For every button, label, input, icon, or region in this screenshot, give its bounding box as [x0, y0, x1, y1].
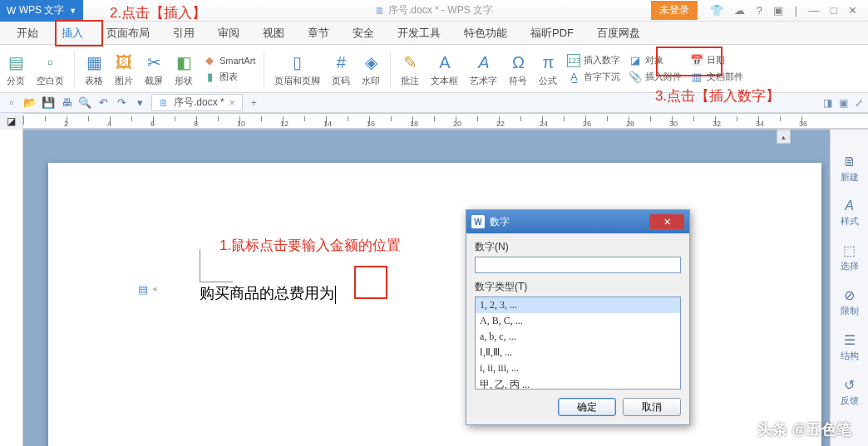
- app-logo-icon: W: [7, 5, 16, 17]
- shirt-icon[interactable]: 👕: [710, 4, 723, 17]
- qat-open-icon[interactable]: 📂: [23, 96, 37, 110]
- list-item[interactable]: A, B, C, ...: [476, 313, 680, 329]
- rb-formula[interactable]: π公式: [535, 50, 560, 87]
- annotation-1: 1.鼠标点击要输入金额的位置: [219, 236, 401, 255]
- feedback-icon: ↺: [844, 377, 855, 393]
- label-type: 数字类型(T): [475, 280, 681, 294]
- rb-insert-number[interactable]: 123插入数字: [565, 53, 622, 68]
- number-dialog: W 数字 ✕ 数字(N) 数字类型(T) 1, 2, 3, ... A, B, …: [466, 209, 690, 425]
- side-panel: 🗎新建 A样式 ⬚选择 ⊘限制 ☰结构 ↺反馈: [830, 130, 868, 446]
- side-feedback[interactable]: ↺反馈: [841, 377, 859, 407]
- ok-button[interactable]: 确定: [558, 398, 616, 416]
- login-button[interactable]: 未登录: [651, 1, 698, 20]
- ruler-corner[interactable]: ◪: [0, 113, 23, 130]
- qat-undo-icon[interactable]: ↶: [96, 96, 110, 110]
- rb-symbol[interactable]: Ω符号: [506, 50, 530, 87]
- select-icon: ⬚: [843, 243, 856, 258]
- list-item[interactable]: 1, 2, 3, ...: [476, 297, 680, 313]
- side-select[interactable]: ⬚选择: [841, 243, 859, 272]
- ruler-horizontal[interactable]: 24681012141618202224262830323436: [23, 113, 868, 129]
- menu-safety[interactable]: 安全: [341, 22, 386, 44]
- rb-comment[interactable]: ✎批注: [397, 50, 422, 87]
- minimize-icon[interactable]: —: [808, 4, 819, 17]
- dialog-close-icon[interactable]: ✕: [649, 214, 684, 229]
- menu-special[interactable]: 特色功能: [452, 22, 519, 44]
- menu-review[interactable]: 审阅: [206, 22, 251, 44]
- title-right: 未登录 👕 ☁ ? ▣ | — □ ✕: [651, 1, 868, 20]
- page-area: ▴ ▤ ◂ 购买商品的总费用为: [23, 130, 830, 446]
- menu-view[interactable]: 视图: [251, 22, 296, 44]
- chat-icon[interactable]: ☁: [734, 4, 745, 17]
- list-item[interactable]: a, b, c, ...: [476, 329, 680, 345]
- rb-wordart[interactable]: A艺术字: [466, 50, 501, 87]
- ribbon-sep: [390, 51, 391, 87]
- qat-r3-icon[interactable]: ⤢: [855, 97, 863, 109]
- rb-screenshot[interactable]: ✂截屏: [141, 50, 166, 87]
- qat-preview-icon[interactable]: 🔍: [78, 96, 91, 110]
- rb-shapes[interactable]: ◧形状: [171, 50, 196, 87]
- number-type-listbox[interactable]: 1, 2, 3, ... A, B, C, ... a, b, c, ... Ⅰ…: [475, 297, 681, 390]
- close-tab-icon[interactable]: ×: [229, 97, 235, 109]
- highlight-insert-number: [656, 47, 723, 76]
- qat-r1-icon[interactable]: ◨: [823, 97, 832, 109]
- close-icon[interactable]: ✕: [848, 4, 857, 17]
- qat-right: ◨ ▣ ⤢: [823, 97, 863, 109]
- text-cursor: [335, 286, 336, 304]
- qat-print-icon[interactable]: 🖶: [60, 96, 73, 110]
- doc-tab[interactable]: 🗎 序号.docx * ×: [151, 94, 243, 111]
- new-tab-icon[interactable]: +: [251, 97, 257, 109]
- menu-foxit[interactable]: 福昕PDF: [519, 22, 585, 44]
- qat-more-icon[interactable]: ▾: [133, 96, 146, 110]
- rb-pagenum[interactable]: #页码: [328, 50, 353, 87]
- rb-table[interactable]: ▦表格: [81, 50, 106, 87]
- nav-collapse-icon[interactable]: ◂: [152, 283, 157, 294]
- divider: |: [795, 4, 797, 17]
- restore-icon[interactable]: ▣: [773, 4, 783, 17]
- workspace: ▴ ▤ ◂ 购买商品的总费用为 🗎新建 A样式 ⬚选择 ⊘限制 ☰结构 ↺反馈: [0, 130, 868, 446]
- app-name-chip[interactable]: W WPS 文字 ▼: [0, 0, 83, 22]
- menu-dev[interactable]: 开发工具: [386, 22, 452, 44]
- side-structure[interactable]: ☰结构: [841, 332, 859, 362]
- document-text[interactable]: 购买商品的总费用为: [200, 283, 336, 304]
- page[interactable]: ▤ ◂ 购买商品的总费用为: [48, 163, 821, 446]
- list-item[interactable]: Ⅰ,Ⅱ,Ⅲ, ...: [476, 345, 680, 360]
- dialog-body: 数字(N) 数字类型(T) 1, 2, 3, ... A, B, C, ... …: [466, 233, 689, 424]
- qat-redo-icon[interactable]: ↷: [115, 96, 128, 110]
- rb-picture[interactable]: 🖼图片: [111, 50, 136, 87]
- rb-watermark[interactable]: ◈水印: [358, 50, 383, 87]
- ruler-vertical[interactable]: [0, 130, 23, 446]
- label-number: 数字(N): [475, 240, 681, 254]
- help-icon[interactable]: ?: [757, 4, 762, 17]
- list-item[interactable]: i, ii, iii, ...: [476, 360, 680, 376]
- menu-start[interactable]: 开始: [5, 22, 50, 44]
- dialog-app-icon: W: [471, 215, 485, 228]
- qat-r2-icon[interactable]: ▣: [839, 97, 848, 109]
- nav-pane-icon[interactable]: ▤: [138, 283, 148, 296]
- rb-chart[interactable]: ▮图表: [201, 70, 257, 85]
- rb-textbox[interactable]: A文本框: [427, 50, 461, 87]
- number-input[interactable]: [475, 257, 681, 273]
- menu-baidu[interactable]: 百度网盘: [585, 22, 652, 44]
- side-restrict[interactable]: ⊘限制: [841, 287, 859, 317]
- menu-references[interactable]: 引用: [161, 22, 206, 44]
- list-item[interactable]: 甲, 乙, 丙 ...: [476, 376, 680, 390]
- doc-tab-icon: 🗎: [159, 97, 169, 109]
- rb-smartart[interactable]: ◆SmartArt: [201, 53, 257, 68]
- rb-dropcap[interactable]: A̲首字下沉: [565, 70, 622, 85]
- ribbon-sep: [74, 51, 75, 87]
- rb-headerfooter[interactable]: ▯页眉和页脚: [271, 50, 323, 87]
- side-new[interactable]: 🗎新建: [841, 154, 859, 184]
- dialog-title: 数字: [490, 215, 510, 229]
- rb-blankpage[interactable]: ▫空白页: [33, 50, 67, 87]
- menubar: 开始 插入 页面布局 引用 审阅 视图 章节 安全 开发工具 特色功能 福昕PD…: [0, 22, 868, 45]
- scroll-up-icon[interactable]: ▴: [777, 130, 791, 144]
- dialog-titlebar[interactable]: W 数字 ✕: [466, 210, 689, 233]
- rb-pagebreak[interactable]: ▤分页: [3, 50, 28, 87]
- qat-save-icon[interactable]: 💾: [42, 96, 55, 110]
- qat-new-icon[interactable]: ▫: [5, 96, 18, 110]
- cancel-button[interactable]: 取消: [623, 398, 681, 416]
- menu-layout[interactable]: 页面布局: [95, 22, 161, 44]
- maximize-icon[interactable]: □: [831, 4, 837, 17]
- menu-section[interactable]: 章节: [296, 22, 341, 44]
- side-style[interactable]: A样式: [841, 198, 859, 228]
